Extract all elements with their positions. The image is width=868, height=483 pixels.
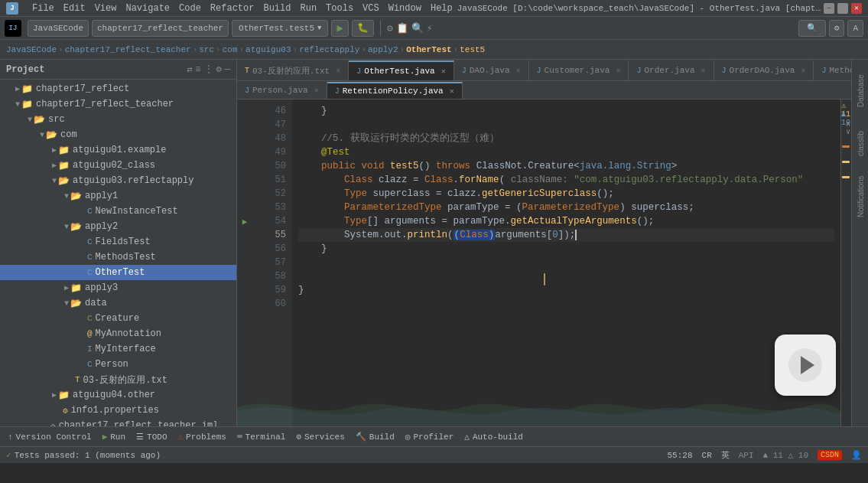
tree-item-txt[interactable]: T 03-反射的应用.txt [0,372,236,387]
tree-item-data[interactable]: ▼ 📂 data [0,295,236,311]
tree-item-newinstancetest[interactable]: C NewInstanceTest [0,204,236,219]
breakpoint-icon[interactable] [237,242,252,256]
tree-item-com[interactable]: ▼ 📂 com [0,127,236,142]
maximize-button[interactable] [837,3,848,14]
breadcrumb-javasecode[interactable]: JavaSECode [6,45,57,54]
breadcrumb-apply2[interactable]: apply2 [368,45,398,54]
expand-all-icon[interactable]: ⋮ [204,64,213,75]
minimize-button[interactable]: ─ [824,3,834,14]
tab-othertest[interactable]: J OtherTest.java ✕ [349,60,454,80]
menu-help[interactable]: Help [426,3,457,14]
menu-run[interactable]: Run [295,3,321,14]
run-config-dropdown[interactable]: OtherTest.test5 ▼ [232,20,328,37]
tree-item-fieldstest[interactable]: C FieldsTest [0,234,236,250]
autobuild-tab[interactable]: △ Auto-build [460,427,528,446]
services-tab[interactable]: ⚙ Services [291,427,349,446]
tree-item-atguigu03[interactable]: ▼ 📂 atguigu03.reflectapply [0,173,236,188]
csdn-badge[interactable]: CSDN [818,450,842,460]
tab-customer[interactable]: J Customer.java ✕ [529,60,629,80]
tab-retentionpolicy[interactable]: J RetentionPolicy.java ✕ [327,82,463,99]
language-indicator[interactable]: 英 [721,449,730,461]
notifications-tab[interactable]: Notifications [853,170,867,224]
run-button[interactable]: ▶ [331,20,348,37]
collapse-all-icon[interactable]: ≡ [195,64,200,75]
settings-button[interactable]: ⚙ [829,20,845,37]
breadcrumb-reflectapply[interactable]: reflectapply [299,45,359,54]
position-indicator[interactable]: 55:28 [668,451,693,460]
tab-person[interactable]: J Person.java ✕ [237,82,327,99]
tree-item-methodstest[interactable]: C MethodsTest [0,250,236,265]
menu-view[interactable]: View [90,3,122,14]
close-button[interactable]: ✕ [851,3,862,14]
menu-window[interactable]: Window [384,3,426,14]
notification-badge[interactable]: ▲ 11 △ 10 [763,450,808,460]
code-content[interactable]: } //5. 获取运行时类的父类的泛型（难） @Test public void… [292,100,840,426]
classlib-tab[interactable]: classlib [853,121,867,167]
close-icon[interactable]: ✕ [616,66,620,75]
todo-tab[interactable]: ☰ TODO [132,427,171,446]
toolbar-icon-2[interactable]: 📋 [396,22,408,34]
run-test-icon[interactable]: ▶ [237,214,252,228]
close-panel-icon[interactable]: ─ [225,64,230,75]
tree-item-atguigu02[interactable]: ▶ 📁 atguigu02_class [0,158,236,173]
tab-methodstest[interactable]: J MethodsTest.java ✕ [814,60,851,80]
tree-item-chapter17-reflect[interactable]: ▶ 📁 chapter17_reflect [0,81,236,96]
menu-file[interactable]: File [28,3,59,14]
toolbar-icon-4[interactable]: ⚡ [427,22,433,34]
encoding-indicator[interactable]: CR [702,451,712,460]
tab-dao[interactable]: J DAO.java ✕ [454,60,529,80]
toolbar-icon-1[interactable]: ⚙ [387,22,393,34]
database-tab[interactable]: Database [853,64,867,118]
tree-item-creature[interactable]: C Creature [0,311,236,326]
profiler-tab[interactable]: ◎ Profiler [401,427,458,446]
chevron-down[interactable]: ∨ [846,127,850,136]
tab-order[interactable]: J Order.java ✕ [629,60,714,80]
breadcrumb-com[interactable]: com [223,45,238,54]
menu-edit[interactable]: Edit [59,3,90,14]
menu-refactor[interactable]: Refactor [206,3,259,14]
tree-item-apply3[interactable]: ▶ 📁 apply3 [0,280,236,295]
terminal-tab[interactable]: ⌨ Terminal [232,427,290,446]
tree-item-info1[interactable]: ⚙ info1.properties [0,403,236,418]
close-icon[interactable]: ✕ [336,66,340,75]
toolbar-icon-3[interactable]: 🔍 [411,22,424,34]
tree-item-src[interactable]: ▼ 📂 src [0,112,236,127]
run-tab[interactable]: ▶ Run [98,427,130,446]
tree-item-apply2[interactable]: ▼ 📂 apply2 [0,219,236,234]
play-button[interactable] [788,348,822,382]
close-icon[interactable]: ✕ [441,67,446,76]
close-icon[interactable]: ✕ [701,66,706,75]
debug-button[interactable]: 🐛 [352,20,374,37]
menu-build[interactable]: Build [258,3,295,14]
tree-item-chapter17-reflect-teacher[interactable]: ▼ 📁 chapter17_reflect_teacher [0,96,236,112]
close-icon[interactable]: ✕ [450,86,454,96]
close-icon[interactable]: ✕ [516,66,521,75]
menu-navigate[interactable]: Navigate [121,3,174,14]
menu-vcs[interactable]: VCS [358,3,384,14]
breadcrumb-test5[interactable]: test5 [460,45,485,54]
breadcrumb-atguigu03[interactable]: atguigu03 [245,45,291,54]
tree-item-myannotation[interactable]: @ MyAnnotation [0,326,236,341]
user-badge[interactable]: 👤 [851,450,862,460]
menu-tools[interactable]: Tools [321,3,358,14]
tree-item-othertest[interactable]: C OtherTest [0,265,236,280]
menu-code[interactable]: Code [174,3,206,14]
tab-orderdao[interactable]: J OrderDAO.java ✕ [714,60,814,80]
close-icon[interactable]: ✕ [314,86,319,95]
problems-tab[interactable]: ⚠ Problems [173,427,230,446]
version-control-tab[interactable]: ↑ Version Control [3,427,96,446]
breadcrumb-othertest[interactable]: OtherTest [406,45,451,54]
sync-icon[interactable]: ⇄ [187,64,192,75]
translate-button[interactable]: A [847,20,863,37]
breadcrumb-src[interactable]: src [199,45,214,54]
tree-item-person[interactable]: C Person [0,357,236,372]
search-everywhere-button[interactable]: 🔍 [798,20,826,37]
tree-item-myinterface[interactable]: I MyInterface [0,341,236,357]
media-widget[interactable] [775,335,836,396]
breadcrumb-chapter[interactable]: chapter17_reflect_teacher [65,45,191,54]
tree-item-apply1[interactable]: ▼ 📂 apply1 [0,188,236,204]
code-editor[interactable]: ▶ 46 47 48 49 50 51 52 53 [237,100,851,426]
tree-item-atguigu04[interactable]: ▶ 📁 atguigu04.other [0,387,236,403]
tab-03txt[interactable]: T 03-反射的应用.txt ✕ [237,60,349,80]
settings-icon[interactable]: ⚙ [216,64,222,75]
